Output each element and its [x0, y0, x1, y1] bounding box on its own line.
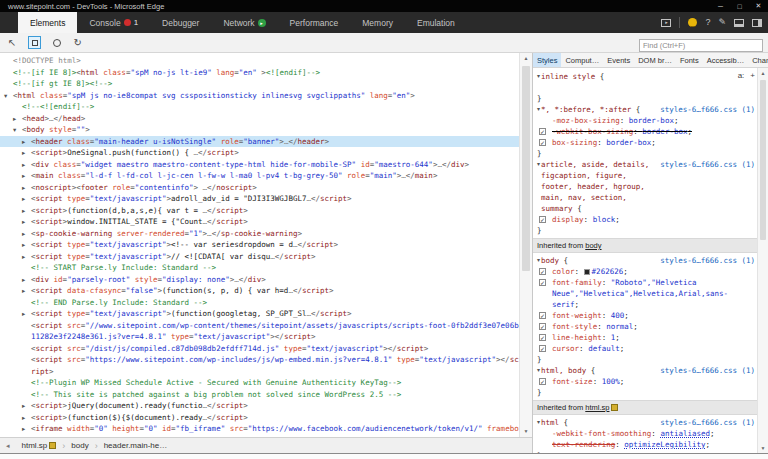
dom-tree-row[interactable]: <!-- END Parse.ly Include: Standard --> — [0, 297, 519, 309]
style-rule-selector[interactable]: ▾html, body {styles-6…f666.css (1) — [537, 365, 755, 376]
feedback-icon[interactable]: ‿ — [688, 18, 697, 27]
dom-tree-row[interactable]: ▸<script type="text/javascript"><!-- var… — [0, 239, 519, 251]
style-rule-selector[interactable]: ▾inline style {a:+ — [537, 71, 755, 82]
collapse-arrow-icon[interactable]: ▾ — [537, 159, 540, 170]
dom-tree-row[interactable]: <!--[if IE 8]><html class="spM no-js lt-… — [0, 67, 519, 79]
expand-arrow-icon[interactable]: ▸ — [22, 193, 25, 205]
dom-tree-row[interactable]: ▸<iframe width="0" height="0" id="fb_ifr… — [0, 423, 519, 437]
pseudo-state-button[interactable]: a: — [738, 71, 745, 81]
tab-emulation[interactable]: Emulation — [405, 12, 467, 33]
expand-arrow-icon[interactable]: ▸ — [22, 147, 25, 159]
dom-tree-row[interactable]: ▾<body style=""> — [0, 124, 519, 136]
collapse-arrow-icon[interactable]: ▾ — [537, 365, 540, 376]
undock-icon[interactable]: ▸ — [661, 19, 671, 27]
styles-tab-styles[interactable]: Styles — [533, 53, 561, 67]
style-property[interactable]: ✓color: #262626; — [537, 266, 755, 277]
dom-tree-row[interactable]: <!-- This site is patched against a big … — [0, 389, 519, 401]
scroll-up-icon[interactable]: ▲ — [520, 53, 532, 64]
style-property[interactable]: ✓-webkit-box-sizing: border-box; — [537, 126, 755, 137]
dom-tree-row[interactable]: <!DOCTYPE html> — [0, 55, 519, 67]
style-property[interactable]: ✓display: block; — [537, 214, 755, 225]
dom-tree-row[interactable]: ▸<head>…</head> — [0, 113, 519, 125]
style-property[interactable]: -webkit-font-smoothing: antialiased; — [537, 428, 755, 439]
styles-scrollbar-thumb[interactable] — [760, 80, 766, 240]
dom-tree-row[interactable]: <script src="//www.sitepoint.com/wp-cont… — [0, 320, 519, 343]
highlight-elements-icon[interactable] — [28, 36, 41, 49]
tab-debugger[interactable]: Debugger — [150, 12, 211, 33]
expand-arrow-icon[interactable]: ▸ — [22, 400, 25, 412]
dom-tree-row[interactable]: <script src="https://www.sitepoint.com/w… — [0, 354, 519, 377]
close-button[interactable]: ✕ — [749, 0, 768, 12]
expand-arrow-icon[interactable]: ▸ — [13, 113, 16, 125]
expand-arrow-icon[interactable]: ▸ — [22, 423, 25, 435]
dom-tree-row[interactable]: ▸<script>window.INITIAL_STATE = {"Count…… — [0, 216, 519, 228]
style-property[interactable]: ✓font-style: normal; — [537, 321, 755, 332]
dom-tree-row[interactable]: ▸<script type="text/javascript">adroll_a… — [0, 193, 519, 205]
property-checkbox[interactable]: ✓ — [539, 268, 546, 275]
stylesheet-link[interactable]: styles-6…f666.css (1) — [660, 255, 755, 266]
color-swatch[interactable] — [584, 269, 590, 275]
property-checkbox[interactable]: ✓ — [539, 139, 546, 146]
style-rule-selector[interactable]: ▾html {styles-6…f666.css (1) — [537, 417, 755, 428]
style-rule-selector[interactable]: ▾article, aside, details, figcaption, fi… — [537, 159, 755, 214]
styles-tab-dombr[interactable]: DOM br… — [634, 53, 676, 67]
collapse-arrow-icon[interactable]: ▾ — [537, 417, 540, 428]
style-property[interactable]: -moz-box-sizing: border-box; — [537, 115, 755, 126]
property-checkbox[interactable]: ✓ — [539, 378, 546, 385]
find-input[interactable] — [639, 39, 763, 52]
property-checkbox[interactable]: ✓ — [539, 279, 546, 286]
property-checkbox[interactable]: ✓ — [539, 216, 546, 223]
dom-tree-row[interactable]: ▾<html class="spM js no-ie8compat svg cs… — [0, 90, 519, 102]
stylesheet-link[interactable]: styles-6…f666.css (1) — [660, 417, 755, 428]
dom-tree-row[interactable]: <!--<![endif]--> — [0, 101, 519, 113]
dom-tree-row[interactable]: ▸<script>jQuery(document).ready(functio…… — [0, 400, 519, 412]
expand-arrow-icon[interactable]: ▸ — [22, 159, 25, 171]
expand-arrow-icon[interactable]: ▸ — [22, 136, 25, 148]
expand-arrow-icon[interactable]: ▸ — [22, 228, 25, 240]
expand-arrow-icon[interactable]: ▸ — [22, 205, 25, 217]
dom-scrollbar-thumb[interactable] — [522, 66, 530, 271]
styles-tab-comput[interactable]: Comput… — [561, 53, 603, 67]
tab-console[interactable]: Console1 — [77, 12, 150, 33]
style-rule-selector[interactable]: ▾body {styles-6…f666.css (1) — [537, 255, 755, 266]
breadcrumb-back-icon[interactable]: ◂ — [0, 442, 16, 450]
style-property[interactable]: ✓font-size: 100%; — [537, 376, 755, 387]
breadcrumb-item[interactable]: body — [65, 441, 94, 450]
tab-performance[interactable]: Performance — [278, 12, 351, 33]
property-checkbox[interactable]: ✓ — [539, 323, 546, 330]
expand-arrow-icon[interactable]: ▸ — [22, 170, 25, 182]
style-property[interactable]: text-rendering: optimizeLegibility; — [537, 439, 755, 450]
refresh-dom-icon[interactable]: ↻ — [73, 38, 81, 48]
dom-tree-row[interactable]: ▸<div id="parsely-root" style="display: … — [0, 274, 519, 286]
styles-tab-events[interactable]: Events — [603, 53, 634, 67]
maximize-button[interactable]: □ — [730, 0, 749, 12]
stylesheet-link[interactable]: styles-6…f666.css (1) — [660, 159, 755, 170]
breadcrumb-item[interactable]: header.main-he… — [98, 441, 174, 450]
property-checkbox[interactable]: ✓ — [539, 312, 546, 319]
scroll-up-icon[interactable]: ▲ — [758, 68, 768, 78]
minimize-button[interactable]: ─ — [711, 0, 730, 12]
dom-tree-row[interactable]: ▸<script type="text/javascript">// <![CD… — [0, 251, 519, 263]
stylesheet-link[interactable]: styles-6…f666.css (1) — [660, 365, 755, 376]
dom-tree-row[interactable]: ▸<script type="text/javascript">(functio… — [0, 308, 519, 320]
dom-scrollbar[interactable]: ▲ ▼ — [519, 53, 532, 437]
styles-tab-changes[interactable]: Changes — [748, 53, 768, 67]
expand-arrow-icon[interactable]: ▸ — [22, 216, 25, 228]
scroll-down-icon[interactable]: ▼ — [520, 426, 532, 437]
expand-arrow-icon[interactable]: ▸ — [22, 182, 25, 194]
collapse-arrow-icon[interactable]: ▾ — [4, 90, 7, 102]
dom-tree-row[interactable]: <!-- START Parse.ly Include: Standard --… — [0, 262, 519, 274]
inherited-from-link[interactable]: html.sp — [585, 403, 609, 412]
tab-memory[interactable]: Memory — [350, 12, 405, 33]
tab-network[interactable]: Network▸ — [211, 12, 277, 33]
style-property[interactable]: ✓font-family: "Roboto","Helvetica Neue",… — [537, 277, 755, 310]
collapse-arrow-icon[interactable]: ▾ — [13, 124, 16, 136]
scroll-down-icon[interactable]: ▼ — [758, 443, 768, 453]
dom-tree-row[interactable]: ▸<header class="main-header u-isNotSingl… — [0, 136, 519, 148]
dom-tree-row[interactable]: ▸<noscript><footer role="contentinfo"> …… — [0, 182, 519, 194]
dom-tree-row[interactable]: <!--Plugin WP Missed Schedule Active - S… — [0, 377, 519, 389]
select-element-icon[interactable]: ↖ — [8, 38, 16, 48]
new-rule-button[interactable]: + — [750, 71, 755, 81]
style-property[interactable]: ✓line-height: 1; — [537, 332, 755, 343]
expand-arrow-icon[interactable]: ▸ — [22, 239, 25, 251]
